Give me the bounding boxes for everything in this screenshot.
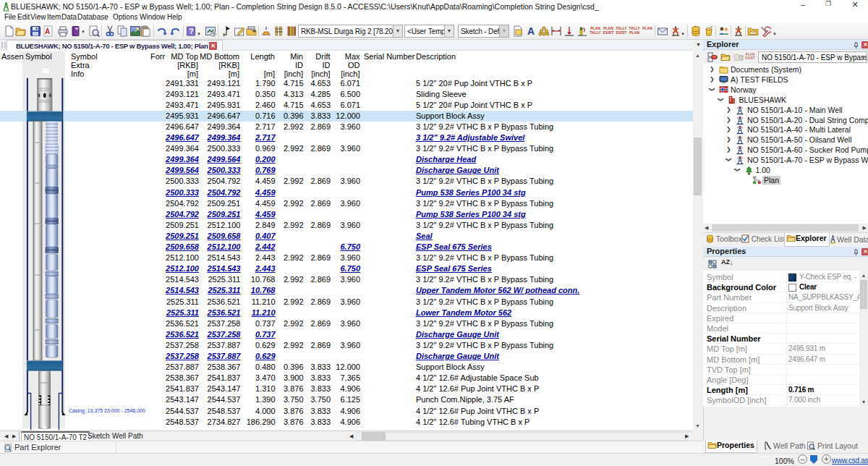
svg-text:?: ? xyxy=(190,27,194,35)
svg-text:A: A xyxy=(527,25,535,37)
svg-text:A: A xyxy=(45,27,50,35)
